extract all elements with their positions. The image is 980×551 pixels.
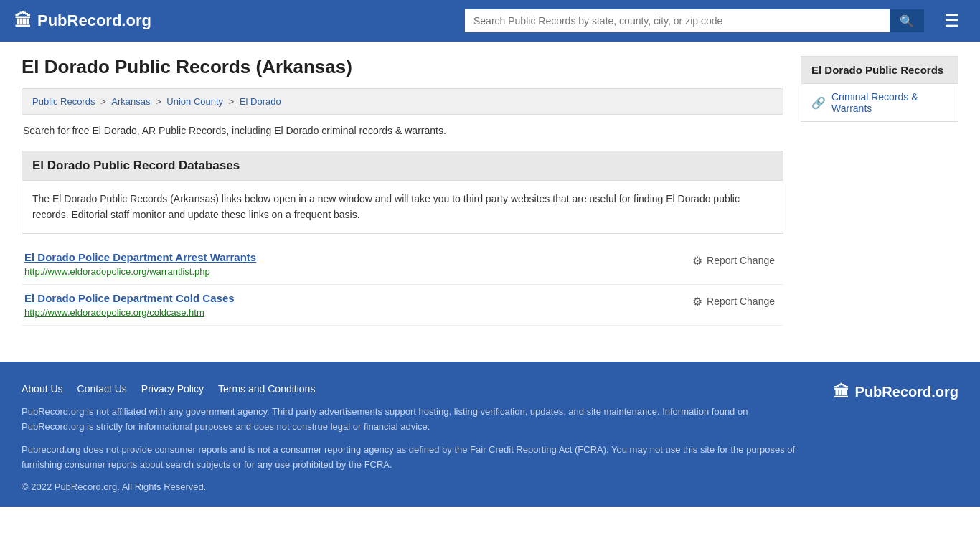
footer-link-about[interactable]: About Us	[22, 383, 63, 395]
footer-logo-icon: 🏛	[834, 383, 849, 402]
logo-icon: 🏛	[14, 11, 32, 31]
report-change-icon-2: ⚙	[692, 295, 702, 309]
sidebar-title: El Dorado Public Records	[801, 56, 958, 84]
page-description: Search for free El Dorado, AR Public Rec…	[22, 125, 783, 136]
report-change-label-1: Report Change	[707, 255, 775, 266]
breadcrumb-sep-2: >	[156, 96, 164, 107]
record-info-1: El Dorado Police Department Arrest Warra…	[24, 251, 256, 277]
content-area: El Dorado Public Records (Arkansas) Publ…	[22, 56, 783, 326]
chain-icon: 🔗	[811, 96, 826, 110]
site-logo[interactable]: 🏛 PubRecord.org	[14, 11, 151, 31]
footer-top: About Us Contact Us Privacy Policy Terms…	[22, 383, 958, 492]
breadcrumb-union-county[interactable]: Union County	[166, 96, 223, 107]
record-info-2: El Dorado Police Department Cold Cases h…	[24, 292, 235, 318]
report-change-label-2: Report Change	[707, 296, 775, 307]
breadcrumb: Public Records > Arkansas > Union County…	[22, 88, 783, 115]
report-change-button-1[interactable]: ⚙ Report Change	[687, 251, 781, 270]
search-icon: 🔍	[900, 14, 914, 28]
main-container: El Dorado Public Records (Arkansas) Publ…	[0, 42, 980, 340]
search-input[interactable]	[465, 9, 890, 32]
footer-link-terms[interactable]: Terms and Conditions	[218, 383, 315, 395]
hamburger-menu-button[interactable]: ☰	[938, 8, 966, 34]
footer-left: About Us Contact Us Privacy Policy Terms…	[22, 383, 805, 492]
sidebar: El Dorado Public Records 🔗 Criminal Reco…	[801, 56, 958, 326]
footer-logo-text: PubRecord.org	[855, 384, 958, 400]
hamburger-icon: ☰	[944, 11, 960, 30]
sidebar-link-criminal-records[interactable]: 🔗 Criminal Records & Warrants	[801, 84, 958, 122]
page-title: El Dorado Public Records (Arkansas)	[22, 56, 783, 78]
db-section-title: El Dorado Public Record Databases	[22, 151, 783, 181]
site-header: 🏛 PubRecord.org 🔍 ☰	[0, 0, 980, 42]
sidebar-link-label: Criminal Records & Warrants	[831, 91, 948, 114]
report-change-icon-1: ⚙	[692, 254, 702, 268]
footer-links: About Us Contact Us Privacy Policy Terms…	[22, 383, 805, 395]
breadcrumb-el-dorado[interactable]: El Dorado	[240, 96, 281, 107]
record-url-1[interactable]: http://www.eldoradopolice.org/warrantlis…	[24, 266, 256, 277]
record-title-2[interactable]: El Dorado Police Department Cold Cases	[24, 292, 235, 304]
search-bar: 🔍	[465, 9, 924, 32]
record-entry-2: El Dorado Police Department Cold Cases h…	[22, 285, 783, 326]
record-entry-1: El Dorado Police Department Arrest Warra…	[22, 244, 783, 285]
footer-link-contact[interactable]: Contact Us	[77, 383, 127, 395]
breadcrumb-sep-3: >	[229, 96, 237, 107]
breadcrumb-arkansas[interactable]: Arkansas	[111, 96, 150, 107]
footer-disclaimer-1: PubRecord.org is not affiliated with any…	[22, 405, 805, 435]
record-url-2[interactable]: http://www.eldoradopolice.org/coldcase.h…	[24, 307, 235, 318]
db-description: The El Dorado Public Records (Arkansas) …	[22, 181, 783, 234]
breadcrumb-public-records[interactable]: Public Records	[32, 96, 95, 107]
footer-logo: 🏛 PubRecord.org	[834, 383, 958, 402]
record-title-1[interactable]: El Dorado Police Department Arrest Warra…	[24, 251, 256, 263]
footer-disclaimer-2: Pubrecord.org does not provide consumer …	[22, 443, 805, 473]
logo-text: PubRecord.org	[37, 11, 151, 30]
search-button[interactable]: 🔍	[890, 9, 924, 32]
report-change-button-2[interactable]: ⚙ Report Change	[687, 292, 781, 311]
site-footer: About Us Contact Us Privacy Policy Terms…	[0, 362, 980, 507]
footer-copyright: © 2022 PubRecord.org. All Rights Reserve…	[22, 481, 805, 492]
breadcrumb-sep-1: >	[100, 96, 108, 107]
footer-link-privacy[interactable]: Privacy Policy	[141, 383, 204, 395]
